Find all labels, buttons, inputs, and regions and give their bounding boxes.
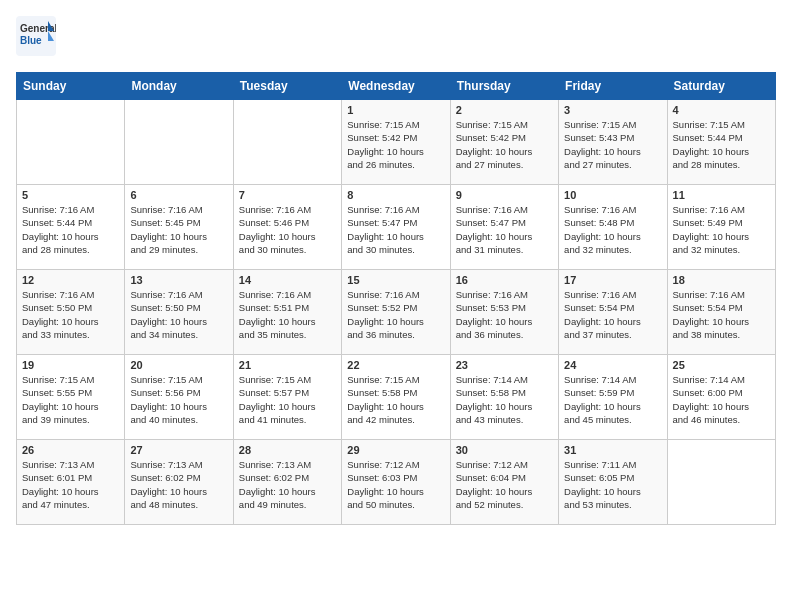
day-info: Sunrise: 7:12 AM Sunset: 6:04 PM Dayligh… <box>456 458 553 511</box>
day-info: Sunrise: 7:16 AM Sunset: 5:54 PM Dayligh… <box>564 288 661 341</box>
day-info: Sunrise: 7:16 AM Sunset: 5:47 PM Dayligh… <box>456 203 553 256</box>
weekday-header-monday: Monday <box>125 73 233 100</box>
day-number: 29 <box>347 444 444 456</box>
day-number: 15 <box>347 274 444 286</box>
day-info: Sunrise: 7:14 AM Sunset: 5:59 PM Dayligh… <box>564 373 661 426</box>
week-row-0: 1Sunrise: 7:15 AM Sunset: 5:42 PM Daylig… <box>17 100 776 185</box>
week-row-2: 12Sunrise: 7:16 AM Sunset: 5:50 PM Dayli… <box>17 270 776 355</box>
day-info: Sunrise: 7:15 AM Sunset: 5:43 PM Dayligh… <box>564 118 661 171</box>
day-number: 18 <box>673 274 770 286</box>
logo: General Blue <box>16 16 56 60</box>
day-info: Sunrise: 7:13 AM Sunset: 6:01 PM Dayligh… <box>22 458 119 511</box>
calendar-cell: 18Sunrise: 7:16 AM Sunset: 5:54 PM Dayli… <box>667 270 775 355</box>
calendar-cell: 13Sunrise: 7:16 AM Sunset: 5:50 PM Dayli… <box>125 270 233 355</box>
day-info: Sunrise: 7:16 AM Sunset: 5:49 PM Dayligh… <box>673 203 770 256</box>
calendar-cell: 26Sunrise: 7:13 AM Sunset: 6:01 PM Dayli… <box>17 440 125 525</box>
day-number: 22 <box>347 359 444 371</box>
day-number: 19 <box>22 359 119 371</box>
day-number: 17 <box>564 274 661 286</box>
calendar-cell: 25Sunrise: 7:14 AM Sunset: 6:00 PM Dayli… <box>667 355 775 440</box>
day-info: Sunrise: 7:14 AM Sunset: 6:00 PM Dayligh… <box>673 373 770 426</box>
day-number: 26 <box>22 444 119 456</box>
calendar-cell: 22Sunrise: 7:15 AM Sunset: 5:58 PM Dayli… <box>342 355 450 440</box>
calendar-cell: 6Sunrise: 7:16 AM Sunset: 5:45 PM Daylig… <box>125 185 233 270</box>
day-info: Sunrise: 7:15 AM Sunset: 5:42 PM Dayligh… <box>347 118 444 171</box>
calendar-cell: 2Sunrise: 7:15 AM Sunset: 5:42 PM Daylig… <box>450 100 558 185</box>
calendar-cell: 31Sunrise: 7:11 AM Sunset: 6:05 PM Dayli… <box>559 440 667 525</box>
calendar-cell <box>233 100 341 185</box>
day-info: Sunrise: 7:16 AM Sunset: 5:51 PM Dayligh… <box>239 288 336 341</box>
day-info: Sunrise: 7:15 AM Sunset: 5:58 PM Dayligh… <box>347 373 444 426</box>
day-number: 28 <box>239 444 336 456</box>
calendar-table: SundayMondayTuesdayWednesdayThursdayFrid… <box>16 72 776 525</box>
calendar-cell: 17Sunrise: 7:16 AM Sunset: 5:54 PM Dayli… <box>559 270 667 355</box>
calendar-cell: 30Sunrise: 7:12 AM Sunset: 6:04 PM Dayli… <box>450 440 558 525</box>
calendar-cell: 8Sunrise: 7:16 AM Sunset: 5:47 PM Daylig… <box>342 185 450 270</box>
calendar-cell: 28Sunrise: 7:13 AM Sunset: 6:02 PM Dayli… <box>233 440 341 525</box>
day-number: 4 <box>673 104 770 116</box>
day-number: 31 <box>564 444 661 456</box>
day-info: Sunrise: 7:15 AM Sunset: 5:55 PM Dayligh… <box>22 373 119 426</box>
day-info: Sunrise: 7:14 AM Sunset: 5:58 PM Dayligh… <box>456 373 553 426</box>
day-info: Sunrise: 7:16 AM Sunset: 5:50 PM Dayligh… <box>130 288 227 341</box>
weekday-header-thursday: Thursday <box>450 73 558 100</box>
calendar-cell: 29Sunrise: 7:12 AM Sunset: 6:03 PM Dayli… <box>342 440 450 525</box>
day-number: 10 <box>564 189 661 201</box>
calendar-cell <box>667 440 775 525</box>
day-number: 3 <box>564 104 661 116</box>
calendar-cell: 4Sunrise: 7:15 AM Sunset: 5:44 PM Daylig… <box>667 100 775 185</box>
calendar-cell: 16Sunrise: 7:16 AM Sunset: 5:53 PM Dayli… <box>450 270 558 355</box>
weekday-header-friday: Friday <box>559 73 667 100</box>
day-info: Sunrise: 7:16 AM Sunset: 5:54 PM Dayligh… <box>673 288 770 341</box>
svg-text:Blue: Blue <box>20 35 42 46</box>
calendar-cell <box>17 100 125 185</box>
calendar-cell: 12Sunrise: 7:16 AM Sunset: 5:50 PM Dayli… <box>17 270 125 355</box>
day-number: 5 <box>22 189 119 201</box>
day-number: 8 <box>347 189 444 201</box>
day-number: 21 <box>239 359 336 371</box>
day-number: 1 <box>347 104 444 116</box>
day-number: 16 <box>456 274 553 286</box>
calendar-cell: 20Sunrise: 7:15 AM Sunset: 5:56 PM Dayli… <box>125 355 233 440</box>
logo-mark: General Blue <box>16 16 56 60</box>
day-number: 24 <box>564 359 661 371</box>
weekday-header-row: SundayMondayTuesdayWednesdayThursdayFrid… <box>17 73 776 100</box>
day-number: 23 <box>456 359 553 371</box>
day-info: Sunrise: 7:16 AM Sunset: 5:53 PM Dayligh… <box>456 288 553 341</box>
day-info: Sunrise: 7:15 AM Sunset: 5:56 PM Dayligh… <box>130 373 227 426</box>
calendar-cell: 15Sunrise: 7:16 AM Sunset: 5:52 PM Dayli… <box>342 270 450 355</box>
calendar-cell: 10Sunrise: 7:16 AM Sunset: 5:48 PM Dayli… <box>559 185 667 270</box>
calendar-cell: 27Sunrise: 7:13 AM Sunset: 6:02 PM Dayli… <box>125 440 233 525</box>
calendar-cell: 21Sunrise: 7:15 AM Sunset: 5:57 PM Dayli… <box>233 355 341 440</box>
day-info: Sunrise: 7:12 AM Sunset: 6:03 PM Dayligh… <box>347 458 444 511</box>
day-number: 25 <box>673 359 770 371</box>
day-number: 2 <box>456 104 553 116</box>
weekday-header-wednesday: Wednesday <box>342 73 450 100</box>
calendar-cell: 14Sunrise: 7:16 AM Sunset: 5:51 PM Dayli… <box>233 270 341 355</box>
calendar-cell: 11Sunrise: 7:16 AM Sunset: 5:49 PM Dayli… <box>667 185 775 270</box>
day-number: 11 <box>673 189 770 201</box>
day-number: 12 <box>22 274 119 286</box>
day-info: Sunrise: 7:13 AM Sunset: 6:02 PM Dayligh… <box>130 458 227 511</box>
calendar-cell: 24Sunrise: 7:14 AM Sunset: 5:59 PM Dayli… <box>559 355 667 440</box>
day-info: Sunrise: 7:16 AM Sunset: 5:52 PM Dayligh… <box>347 288 444 341</box>
weekday-header-saturday: Saturday <box>667 73 775 100</box>
week-row-3: 19Sunrise: 7:15 AM Sunset: 5:55 PM Dayli… <box>17 355 776 440</box>
calendar-cell: 19Sunrise: 7:15 AM Sunset: 5:55 PM Dayli… <box>17 355 125 440</box>
day-number: 20 <box>130 359 227 371</box>
day-info: Sunrise: 7:11 AM Sunset: 6:05 PM Dayligh… <box>564 458 661 511</box>
calendar-cell: 5Sunrise: 7:16 AM Sunset: 5:44 PM Daylig… <box>17 185 125 270</box>
day-info: Sunrise: 7:13 AM Sunset: 6:02 PM Dayligh… <box>239 458 336 511</box>
weekday-header-tuesday: Tuesday <box>233 73 341 100</box>
day-info: Sunrise: 7:16 AM Sunset: 5:45 PM Dayligh… <box>130 203 227 256</box>
day-info: Sunrise: 7:16 AM Sunset: 5:48 PM Dayligh… <box>564 203 661 256</box>
day-info: Sunrise: 7:15 AM Sunset: 5:57 PM Dayligh… <box>239 373 336 426</box>
calendar-cell: 3Sunrise: 7:15 AM Sunset: 5:43 PM Daylig… <box>559 100 667 185</box>
day-number: 14 <box>239 274 336 286</box>
day-info: Sunrise: 7:15 AM Sunset: 5:44 PM Dayligh… <box>673 118 770 171</box>
day-info: Sunrise: 7:16 AM Sunset: 5:50 PM Dayligh… <box>22 288 119 341</box>
day-info: Sunrise: 7:16 AM Sunset: 5:46 PM Dayligh… <box>239 203 336 256</box>
day-number: 13 <box>130 274 227 286</box>
week-row-1: 5Sunrise: 7:16 AM Sunset: 5:44 PM Daylig… <box>17 185 776 270</box>
calendar-cell: 9Sunrise: 7:16 AM Sunset: 5:47 PM Daylig… <box>450 185 558 270</box>
